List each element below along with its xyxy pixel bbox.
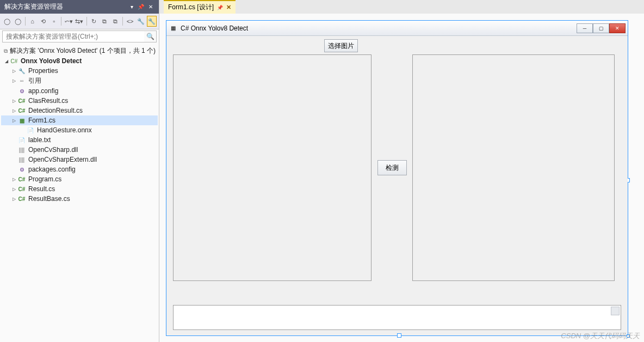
form-titlebar: ▦ C# Onnx Yolov8 Detect ─ ▢ ✕ — [166, 21, 628, 36]
expander-icon[interactable]: ▷ — [11, 69, 17, 74]
collapse-icon[interactable]: ⤺▾ — [64, 16, 73, 27]
window-buttons: ─ ▢ ✕ — [577, 23, 626, 33]
solution-icon: ⧉ — [4, 47, 8, 56]
csharp-file-icon: C# — [17, 185, 26, 193]
tree-lable[interactable]: 📄 lable.txt — [1, 135, 158, 145]
item-label: Program.cs — [28, 175, 61, 183]
forward-icon[interactable]: ◯ — [13, 16, 23, 27]
csharp-file-icon: C# — [17, 175, 26, 184]
output-textbox[interactable] — [173, 305, 621, 330]
files-icon[interactable]: ⧉ — [110, 16, 120, 27]
document-tab-form1[interactable]: Form1.cs [设计] 📌 ✕ — [164, 0, 236, 14]
item-label: Form1.cs — [28, 117, 55, 124]
preview-icon[interactable]: 🔧 — [147, 16, 157, 27]
solution-explorer-title: 解决方案资源管理器 — [4, 2, 63, 11]
tree-handgesture[interactable]: 📄 HandGesture.onnx — [1, 125, 158, 135]
tree-solution[interactable]: ⧉ 解决方案 'Onnx Yolov8 Detect' (1 个项目，共 1 个… — [1, 46, 158, 56]
form-title: C# Onnx Yolov8 Detect — [181, 25, 248, 32]
home-icon[interactable]: ⌂ — [28, 16, 38, 27]
expander-icon[interactable]: ▷ — [11, 177, 17, 182]
config-icon: ⚙ — [17, 87, 26, 95]
tree-opencvsharp[interactable]: |||| OpenCvSharp.dll — [1, 145, 158, 155]
references-icon: ▫▫ — [17, 77, 26, 86]
tree-resultbase[interactable]: ▷ C# ResultBase.cs — [1, 194, 158, 204]
expander-icon[interactable]: ▷ — [11, 78, 17, 83]
search-box: 🔍 — [2, 30, 157, 42]
maximize-button[interactable]: ▢ — [593, 23, 609, 33]
view-code-icon[interactable]: <> — [125, 16, 135, 27]
expander-icon[interactable]: ▷ — [11, 99, 17, 103]
picturebox-right[interactable] — [412, 54, 615, 281]
tree-form1[interactable]: ▷ ▦ Form1.cs — [1, 115, 158, 125]
item-label: app.config — [28, 87, 58, 95]
solution-label: 解决方案 'Onnx Yolov8 Detect' (1 个项目，共 1 个) — [10, 46, 156, 56]
item-label: DetectionResult.cs — [28, 107, 83, 114]
show-all-icon[interactable]: ▫ — [49, 16, 59, 27]
tree-properties[interactable]: ▷ 🔧 Properties — [1, 66, 158, 76]
text-file-icon: 📄 — [17, 136, 26, 144]
form-window[interactable]: ▦ C# Onnx Yolov8 Detect ─ ▢ ✕ 选择图片 检测 — [166, 20, 628, 336]
button-label: 检测 — [386, 163, 399, 173]
search-input[interactable] — [3, 31, 144, 42]
config-icon: ⚙ — [17, 165, 26, 174]
close-icon[interactable]: ✕ — [226, 4, 231, 11]
picturebox-left[interactable] — [173, 54, 371, 281]
dll-icon: |||| — [17, 145, 26, 154]
close-button[interactable]: ✕ — [609, 23, 626, 33]
expander-icon[interactable]: ▷ — [11, 108, 17, 113]
solution-explorer-panel: 解决方案资源管理器 ▾ 📌 ✕ ◯ ◯ ⌂ ⟲ ▫ ⤺▾ ⇆▾ ↻ ⧉ ⧉ <>… — [0, 0, 159, 342]
button-label: 选择图片 — [328, 41, 354, 51]
tree-opencvsharpextern[interactable]: |||| OpenCvSharpExtern.dll — [1, 155, 158, 164]
select-image-button[interactable]: 选择图片 — [324, 39, 358, 52]
tree-project[interactable]: ◢ C# Onnx Yolov8 Detect — [1, 56, 158, 66]
pin-icon[interactable]: 📌 — [136, 4, 146, 10]
close-icon[interactable]: ✕ — [147, 4, 154, 10]
tree-detectionresult[interactable]: ▷ C# DetectionResult.cs — [1, 106, 158, 115]
scrollbar-up-icon[interactable] — [611, 307, 620, 315]
tree-appconfig[interactable]: ⚙ app.config — [1, 86, 158, 96]
dll-icon: |||| — [17, 155, 26, 164]
designer-surface[interactable]: ▦ C# Onnx Yolov8 Detect ─ ▢ ✕ 选择图片 检测 — [159, 14, 644, 342]
tree-clasresult[interactable]: ▷ C# ClasResult.cs — [1, 96, 158, 106]
form-body: 选择图片 检测 — [166, 36, 628, 335]
solution-explorer-toolbar: ◯ ◯ ⌂ ⟲ ▫ ⤺▾ ⇆▾ ↻ ⧉ ⧉ <> 🔧 🔧 — [0, 14, 159, 29]
item-label: 引用 — [28, 76, 41, 86]
panel-dropdown-icon[interactable]: ▾ — [129, 4, 135, 10]
pin-icon[interactable]: 📌 — [217, 5, 223, 10]
wrench-icon: 🔧 — [17, 66, 26, 75]
tree-result[interactable]: ▷ C# Result.cs — [1, 184, 158, 194]
item-label: packages.config — [28, 166, 76, 173]
expander-icon[interactable]: ▷ — [11, 118, 17, 123]
item-label: ResultBase.cs — [28, 195, 70, 203]
item-label: lable.txt — [28, 136, 51, 144]
copy-icon[interactable]: ⧉ — [100, 16, 110, 27]
csharp-file-icon: C# — [17, 194, 26, 203]
solution-tree: ⧉ 解决方案 'Onnx Yolov8 Detect' (1 个项目，共 1 个… — [0, 44, 159, 206]
panel-controls: ▾ 📌 ✕ — [129, 4, 154, 10]
item-label: HandGesture.onnx — [37, 126, 92, 134]
csharp-project-icon: C# — [10, 57, 18, 65]
back-icon[interactable]: ◯ — [2, 16, 12, 27]
expand-icon[interactable]: ⇆▾ — [75, 16, 84, 27]
tab-label: Form1.cs [设计] — [168, 3, 214, 12]
minimize-button[interactable]: ─ — [577, 23, 593, 33]
csharp-file-icon: C# — [17, 96, 26, 105]
tree-references[interactable]: ▷ ▫▫ 引用 — [1, 76, 158, 86]
expander-icon[interactable]: ▷ — [11, 187, 17, 192]
expander-icon[interactable]: ◢ — [3, 59, 10, 64]
form-icon: ▦ — [169, 24, 177, 33]
file-icon: 📄 — [26, 126, 35, 135]
tree-packagesconfig[interactable]: ⚙ packages.config — [1, 164, 158, 174]
form-icon: ▦ — [17, 116, 26, 125]
expander-icon[interactable]: ▷ — [11, 197, 17, 201]
refresh-icon[interactable]: ↻ — [89, 16, 99, 27]
item-label: Properties — [28, 67, 58, 75]
properties-icon[interactable]: 🔧 — [136, 16, 146, 27]
item-label: Result.cs — [28, 185, 55, 193]
search-icon[interactable]: 🔍 — [144, 31, 156, 42]
watermark: CSDN @天天代码码天天 — [561, 331, 640, 341]
sync-icon[interactable]: ⟲ — [38, 16, 48, 27]
detect-button[interactable]: 检测 — [377, 160, 407, 175]
project-label: Onnx Yolov8 Detect — [21, 57, 82, 65]
tree-program[interactable]: ▷ C# Program.cs — [1, 174, 158, 184]
